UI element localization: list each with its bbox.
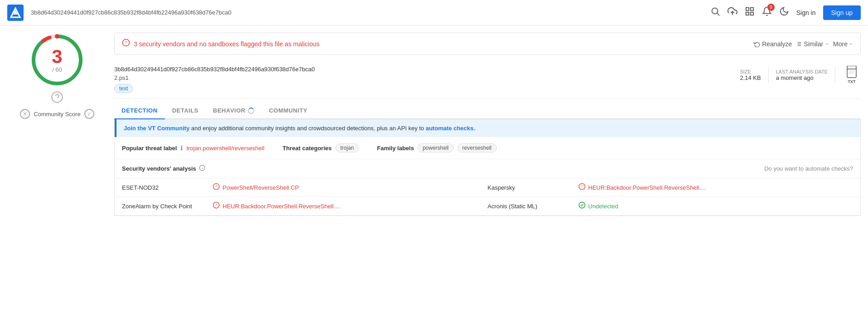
alert-actions: Reanalyze Similar More xyxy=(754,40,853,48)
file-tag[interactable]: text xyxy=(114,84,133,93)
community-banner: Join the VT Community and enjoy addition… xyxy=(115,119,860,137)
automate-checks-link[interactable]: automate checks. xyxy=(426,125,475,132)
meta-divider-2 xyxy=(835,67,835,83)
file-meta: Size 2.14 KB Last Analysis Date a moment… xyxy=(740,66,861,84)
upload-icon[interactable] xyxy=(727,6,737,19)
svg-point-3 xyxy=(712,8,718,14)
svg-rect-8 xyxy=(746,12,748,15)
notification-count: 9 xyxy=(767,4,775,11)
svg-rect-7 xyxy=(751,8,753,10)
alert-text: 3 security vendors and no sandboxes flag… xyxy=(134,40,320,48)
vendor-result-acronis: Undetected xyxy=(578,201,853,211)
popular-threat-field: Popular threat label ℹ trojan.powershell… xyxy=(122,144,264,152)
info-icon-vendors xyxy=(199,165,205,172)
file-type-icon: TXT xyxy=(843,66,861,84)
tab-community[interactable]: COMMUNITY xyxy=(262,103,315,119)
svg-point-13 xyxy=(55,34,59,39)
file-date: Last Analysis Date a moment ago xyxy=(776,69,828,81)
header-actions: 9 Sign in Sign up xyxy=(710,5,861,20)
file-hash: 3b8d64d30249441d0f927cb86c835b932f8d4bf4… xyxy=(114,66,740,73)
svg-line-4 xyxy=(717,13,719,15)
community-score-row: ✕ Community Score ✓ xyxy=(20,109,94,119)
safe-icon-acronis xyxy=(578,201,586,211)
signin-link[interactable]: Sign in xyxy=(796,9,816,16)
behavior-loading-spinner xyxy=(248,108,254,114)
vendor-name-acronis: Acronis (Static ML) xyxy=(488,203,578,210)
score-circle-container: 3 / 60 xyxy=(30,33,84,87)
score-inner: 3 / 60 xyxy=(52,47,62,73)
family-label-reverseshell: reverseshell xyxy=(457,143,497,152)
danger-icon-kaspersky xyxy=(578,183,586,192)
detection-content: Join the VT Community and enjoy addition… xyxy=(114,119,861,216)
threat-info-row: Popular threat label ℹ trojan.powershell… xyxy=(115,137,860,159)
file-name: 2.ps1 xyxy=(114,74,740,81)
danger-icon-eset xyxy=(213,183,220,192)
logo[interactable] xyxy=(7,5,24,21)
theme-toggle-icon[interactable] xyxy=(779,6,789,19)
threat-categories-label: Threat categories xyxy=(282,145,331,152)
alert-danger-icon xyxy=(122,39,130,49)
vendor-result-eset: PowerShell/ReverseShell.CP xyxy=(213,183,488,192)
vendor-result-zonealarm: HEUR:Backdoor.PowerShell.ReverseShell...… xyxy=(213,201,488,211)
meta-divider-1 xyxy=(768,67,769,83)
vendor-result-text-zonealarm: HEUR:Backdoor.PowerShell.ReverseShell...… xyxy=(223,203,340,210)
popular-threat-label: Popular threat label xyxy=(122,145,177,152)
vendor-name-eset: ESET-NOD32 xyxy=(122,184,213,191)
join-vt-link[interactable]: Join the VT Community xyxy=(124,125,189,132)
more-button[interactable]: More xyxy=(833,40,853,48)
vendor-name-zonealarm: ZoneAlarm by Check Point xyxy=(122,203,213,210)
svg-rect-6 xyxy=(746,8,748,10)
vendor-row: ESET-NOD32 PowerShell/ReverseShell.CP Ka… xyxy=(115,178,860,197)
family-labels-label: Family labels xyxy=(377,145,414,152)
vendors-automate: Do you want to automate checks? xyxy=(764,165,853,172)
svg-rect-9 xyxy=(751,12,753,15)
community-check-icon: ✓ xyxy=(84,109,94,119)
file-size: Size 2.14 KB xyxy=(740,69,761,81)
search-icon[interactable] xyxy=(710,6,720,19)
score-total: / 60 xyxy=(52,66,62,73)
file-info-left: 3b8d64d30249441d0f927cb86c835b932f8d4bf4… xyxy=(114,66,740,93)
vendors-header: Security vendors' analysis Do you want t… xyxy=(115,159,860,178)
threat-categories-field: Threat categories trojan xyxy=(282,143,359,152)
vendor-name-kaspersky: Kaspersky xyxy=(488,184,578,191)
header-hash: 3b8d64d30249441d0f927cb86c835b932f8d4bf4… xyxy=(31,9,710,16)
grid-icon[interactable] xyxy=(745,6,755,19)
signup-button[interactable]: Sign up xyxy=(823,5,861,20)
file-info-row: 3b8d64d30249441d0f927cb86c835b932f8d4bf4… xyxy=(114,60,861,99)
svg-rect-25 xyxy=(847,66,856,78)
tab-detection[interactable]: DETECTION xyxy=(114,103,165,119)
header: 3b8d64d30249441d0f927cb86c835b932f8d4bf4… xyxy=(0,0,868,25)
vendor-result-text-kaspersky: HEUR:Backdoor.PowerShell.ReverseShell...… xyxy=(588,184,706,191)
alert-bar: 3 security vendors and no sandboxes flag… xyxy=(114,33,861,55)
main-container: 3 / 60 ✕ Community Score ✓ 3 security ve… xyxy=(0,25,868,223)
family-label-powershell: powershell xyxy=(417,143,453,152)
reanalyze-button[interactable]: Reanalyze xyxy=(754,40,792,48)
notifications-bell[interactable]: 9 xyxy=(762,6,772,19)
info-icon-threat: ℹ xyxy=(180,144,183,152)
danger-icon-zonealarm xyxy=(213,201,220,211)
popular-threat-value: trojan.powershell/reverseshell xyxy=(186,145,264,152)
alert-left: 3 security vendors and no sandboxes flag… xyxy=(122,39,320,49)
tab-behavior[interactable]: BEHAVIOR xyxy=(206,103,262,119)
vendor-row-2: ZoneAlarm by Check Point HEUR:Backdoor.P… xyxy=(115,197,860,216)
vendor-result-kaspersky: HEUR:Backdoor.PowerShell.ReverseShell...… xyxy=(578,183,853,192)
right-panel: 3 security vendors and no sandboxes flag… xyxy=(114,33,861,216)
vendors-title: Security vendors' analysis xyxy=(122,165,205,172)
question-icon xyxy=(51,91,63,103)
similar-button[interactable]: Similar xyxy=(795,40,829,48)
vendor-result-text-eset: PowerShell/ReverseShell.CP xyxy=(223,184,299,191)
score-number: 3 xyxy=(52,47,62,66)
community-x-icon: ✕ xyxy=(20,109,30,119)
left-panel: 3 / 60 ✕ Community Score ✓ xyxy=(7,33,107,216)
vendor-result-text-acronis: Undetected xyxy=(588,203,619,210)
community-score-label: Community Score xyxy=(34,111,80,118)
threat-category-tag: trojan xyxy=(335,143,359,152)
family-labels-field: Family labels powershell reverseshell xyxy=(377,143,497,152)
tabs-row: DETECTION DETAILS BEHAVIOR COMMUNITY xyxy=(114,103,861,119)
tab-behavior-inner: BEHAVIOR xyxy=(213,107,255,114)
tab-details[interactable]: DETAILS xyxy=(165,103,206,119)
